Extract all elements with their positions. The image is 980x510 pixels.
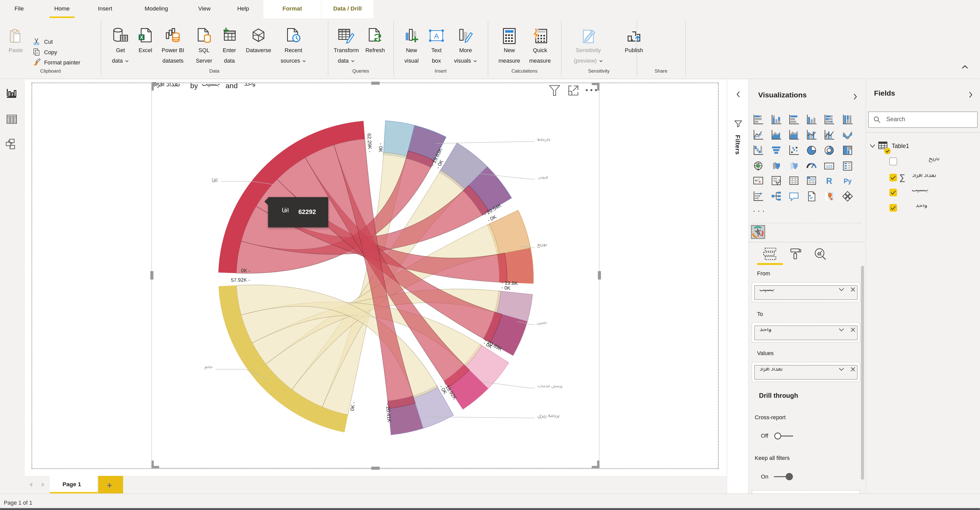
svg-text:62.29K -: 62.29K - bbox=[366, 133, 373, 153]
svg-text:57.92K -: 57.92K - bbox=[231, 277, 250, 283]
svg-text:- 0K: - 0K bbox=[378, 143, 384, 153]
svg-text:0K -: 0K - bbox=[241, 267, 250, 273]
svg-text:Py: Py bbox=[843, 177, 852, 184]
svg-text:0K -: 0K - bbox=[349, 401, 356, 411]
svg-text:123: 123 bbox=[826, 164, 832, 168]
svg-text:R: R bbox=[826, 176, 832, 186]
svg-text:- 0K: - 0K bbox=[501, 284, 511, 291]
